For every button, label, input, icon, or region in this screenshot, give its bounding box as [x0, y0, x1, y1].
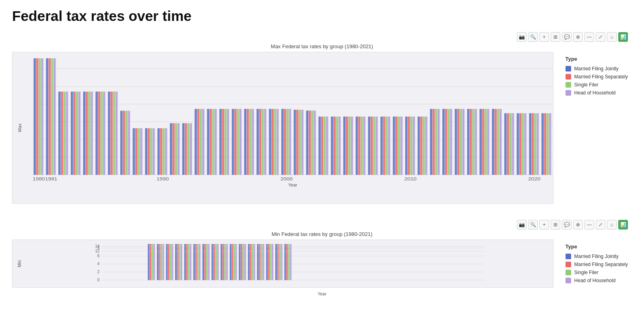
plus-btn2[interactable]: + [539, 220, 549, 229]
svg-rect-74 [207, 109, 209, 175]
svg-text:2010: 2010 [405, 177, 417, 181]
svg-rect-239 [239, 244, 240, 280]
svg-rect-252 [268, 244, 270, 280]
camera-btn2[interactable]: 📷 [517, 220, 526, 229]
zoom-btn[interactable]: 🔍 [528, 32, 538, 42]
svg-rect-41 [108, 92, 110, 175]
svg-rect-245 [252, 244, 253, 280]
svg-rect-26 [61, 92, 63, 175]
svg-rect-136 [395, 117, 398, 175]
svg-rect-169 [494, 109, 497, 175]
chart2-area: Min 0 2 4 6 8 1214 Type Married Fi [12, 240, 632, 290]
svg-rect-72 [200, 109, 202, 175]
svg-rect-176 [517, 113, 519, 175]
minus-btn[interactable]: — [584, 32, 594, 42]
svg-rect-120 [346, 117, 348, 175]
add2-btn[interactable]: ⊕ [573, 32, 583, 42]
svg-rect-172 [504, 113, 507, 175]
svg-rect-35 [88, 92, 91, 175]
svg-rect-97 [277, 109, 279, 175]
chart2-svg: 0 2 4 6 8 1214 [33, 244, 553, 284]
svg-rect-173 [507, 113, 509, 175]
home-btn[interactable]: ⌂ [607, 32, 617, 42]
svg-rect-241 [243, 244, 244, 280]
svg-rect-133 [386, 117, 388, 175]
svg-text:0: 0 [97, 278, 100, 282]
svg-rect-215 [184, 244, 186, 280]
svg-rect-21 [46, 58, 48, 175]
legend2-married-jointly: Married Filing Jointly [566, 254, 628, 259]
svg-rect-201 [151, 244, 153, 280]
svg-rect-262 [290, 244, 291, 280]
legend2-label-married-separately: Married Filing Separately [574, 262, 628, 267]
svg-rect-188 [549, 113, 551, 175]
svg-rect-61 [165, 128, 167, 175]
svg-rect-211 [175, 244, 177, 280]
svg-rect-227 [212, 244, 213, 280]
svg-rect-89 [252, 109, 254, 175]
svg-rect-147 [425, 117, 427, 175]
svg-rect-248 [259, 244, 260, 280]
svg-text:12: 12 [95, 249, 100, 253]
svg-rect-114 [326, 117, 328, 175]
svg-rect-84 [237, 109, 239, 175]
svg-rect-204 [159, 244, 160, 280]
svg-rect-216 [186, 244, 188, 280]
minus-btn2[interactable]: — [584, 220, 594, 229]
svg-rect-121 [348, 117, 351, 175]
home-btn2[interactable]: ⌂ [607, 220, 617, 229]
svg-rect-164 [479, 109, 482, 175]
svg-rect-125 [361, 117, 363, 175]
grid-btn2[interactable]: ⊞ [551, 220, 560, 229]
chart2-x-label: Year [12, 291, 632, 296]
svg-text:1990: 1990 [157, 177, 169, 181]
svg-rect-122 [351, 117, 353, 175]
expand-btn[interactable]: ⤢ [596, 32, 605, 42]
svg-rect-39 [101, 92, 103, 175]
plus-btn[interactable]: + [539, 32, 549, 42]
svg-rect-228 [213, 244, 215, 280]
svg-rect-141 [408, 117, 410, 175]
comment-btn[interactable]: 💬 [562, 32, 572, 42]
svg-rect-106 [301, 110, 303, 175]
comment-btn2[interactable]: 💬 [562, 220, 572, 229]
svg-rect-79 [222, 109, 224, 175]
svg-rect-53 [145, 128, 147, 175]
chart1-title: Max Federal tax rates by group (1980-202… [12, 43, 632, 49]
svg-rect-101 [286, 109, 289, 175]
svg-rect-128 [371, 117, 373, 175]
svg-rect-254 [272, 244, 273, 280]
page-title: Federal tax rates over time [12, 8, 632, 24]
svg-rect-205 [161, 244, 162, 280]
svg-rect-22 [48, 58, 51, 175]
svg-rect-80 [225, 109, 227, 175]
svg-rect-68 [187, 123, 190, 175]
add2-btn2[interactable]: ⊕ [573, 220, 583, 229]
bar-btn2[interactable]: 📊 [618, 220, 628, 229]
svg-rect-36 [91, 92, 93, 175]
svg-rect-253 [270, 244, 271, 280]
chart1-legend-title: Type [566, 56, 628, 62]
svg-rect-63 [172, 123, 175, 175]
svg-rect-37 [95, 92, 98, 175]
grid-btn[interactable]: ⊞ [551, 32, 560, 42]
bar-btn[interactable]: 📊 [618, 32, 628, 42]
svg-rect-148 [430, 109, 432, 175]
svg-rect-123 [356, 117, 358, 175]
svg-rect-50 [135, 128, 138, 175]
svg-rect-48 [128, 111, 130, 175]
svg-rect-104 [296, 110, 299, 175]
svg-rect-229 [215, 244, 217, 280]
svg-rect-232 [223, 244, 224, 280]
svg-rect-32 [78, 92, 80, 175]
chart1-x-label: Year [33, 182, 553, 187]
svg-rect-85 [239, 109, 242, 175]
expand-btn2[interactable]: ⤢ [596, 220, 605, 229]
svg-rect-261 [288, 244, 290, 280]
svg-rect-130 [376, 117, 378, 175]
svg-rect-171 [500, 109, 502, 175]
svg-rect-234 [226, 244, 228, 280]
zoom-btn2[interactable]: 🔍 [528, 220, 538, 229]
camera-btn[interactable]: 📷 [517, 32, 526, 42]
svg-rect-86 [244, 109, 247, 175]
